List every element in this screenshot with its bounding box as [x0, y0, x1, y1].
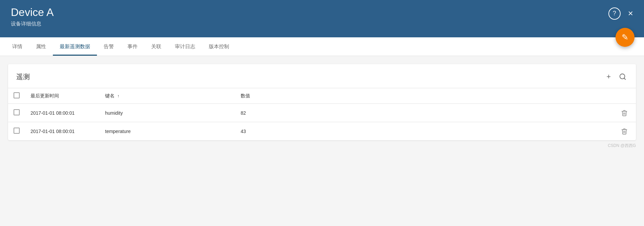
header-checkbox[interactable] — [14, 92, 20, 98]
tab-relations[interactable]: 关联 — [144, 37, 168, 56]
telemetry-card: 遥测 + 最后更新时间 键名 — [8, 64, 636, 140]
tab-telemetry[interactable]: 最新遥测数据 — [53, 37, 97, 56]
delete-row-button[interactable] — [621, 128, 628, 135]
tab-audit[interactable]: 审计日志 — [168, 37, 202, 56]
col-header-time: 最后更新时间 — [25, 88, 100, 104]
row-checkbox[interactable] — [14, 109, 20, 115]
col-header-key: 键名 ↑ — [100, 88, 235, 104]
table-row: 2017-01-01 08:00:01 temperature 43 — [8, 122, 636, 140]
svg-line-1 — [624, 78, 625, 79]
row-time: 2017-01-01 08:00:01 — [25, 122, 100, 140]
telemetry-card-title: 遥测 — [16, 72, 30, 81]
telemetry-card-header: 遥测 + — [8, 64, 636, 88]
row-value: 43 — [235, 122, 616, 140]
tab-version[interactable]: 版本控制 — [202, 37, 236, 56]
help-button[interactable]: ? — [608, 7, 621, 20]
row-checkbox-cell — [8, 122, 25, 140]
row-value: 82 — [235, 104, 616, 122]
tab-attributes[interactable]: 属性 — [29, 37, 53, 56]
header-actions: ? × — [608, 7, 635, 20]
close-button[interactable]: × — [627, 7, 635, 20]
trash-icon — [621, 128, 628, 135]
watermark: CSDN @西西G — [0, 140, 644, 151]
trash-icon — [621, 110, 628, 116]
device-subtitle: 设备详细信息 — [11, 21, 633, 27]
card-header-actions: + — [605, 71, 628, 82]
col-header-action — [616, 88, 636, 104]
row-checkbox-cell — [8, 104, 25, 122]
tab-details[interactable]: 详情 — [5, 37, 29, 56]
col-header-checkbox — [8, 88, 25, 104]
search-button[interactable] — [618, 71, 628, 82]
edit-fab-button[interactable]: ✎ — [616, 28, 635, 47]
tab-events[interactable]: 事件 — [121, 37, 144, 56]
device-title: Device A — [11, 6, 633, 19]
main-content: 遥测 + 最后更新时间 键名 — [0, 56, 644, 140]
search-icon — [619, 73, 626, 80]
add-telemetry-button[interactable]: + — [605, 71, 612, 82]
row-action-cell — [616, 104, 636, 122]
telemetry-table: 最后更新时间 键名 ↑ 数值 2017-01-01 08:00:01 humid… — [8, 88, 636, 140]
table-row: 2017-01-01 08:00:01 humidity 82 — [8, 104, 636, 122]
tabs-bar: 详情 属性 最新遥测数据 告警 事件 关联 审计日志 版本控制 — [0, 37, 644, 56]
tab-alarms[interactable]: 告警 — [97, 37, 121, 56]
row-checkbox[interactable] — [14, 128, 20, 134]
row-key: temperature — [100, 122, 235, 140]
delete-row-button[interactable] — [621, 110, 628, 116]
col-header-value: 数值 — [235, 88, 616, 104]
header: Device A 设备详细信息 ? × ✎ — [0, 0, 644, 37]
row-time: 2017-01-01 08:00:01 — [25, 104, 100, 122]
row-action-cell — [616, 122, 636, 140]
sort-icon: ↑ — [117, 94, 119, 98]
row-key: humidity — [100, 104, 235, 122]
